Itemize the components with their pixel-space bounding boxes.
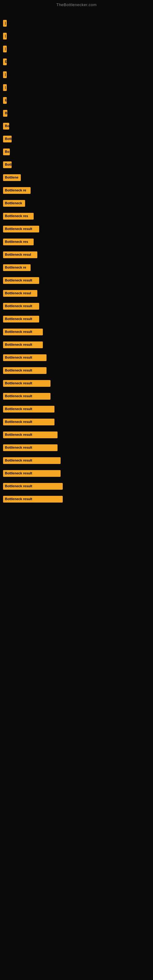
bar-row: Bottleneck result — [3, 365, 150, 376]
bar-row: E — [3, 56, 150, 68]
bar-label: Bottleneck result — [3, 444, 57, 451]
bar-row: | — [3, 18, 150, 29]
site-title: TheBottlenecker.com — [0, 0, 153, 8]
bar-label: Bottleneck result — [3, 393, 51, 399]
bar-label: Bottleneck resul — [3, 251, 37, 258]
bar-label: Bottleneck result — [3, 354, 46, 361]
bar-label: Bottleneck result — [3, 342, 43, 348]
bar-label: Bottleneck result — [3, 380, 51, 387]
bar-label: Bo — [3, 148, 10, 155]
bar-row: B — [3, 108, 150, 119]
bar-row: Bottleneck result — [3, 326, 150, 338]
bar-row: Bottleneck result — [3, 275, 150, 286]
bar-label: | — [3, 33, 7, 39]
bar-row: Bottleneck result — [3, 468, 150, 479]
bar-label: Bott — [3, 161, 12, 168]
bar-label: Bottleneck result — [3, 470, 61, 477]
bar-label: Bottleneck result — [3, 418, 54, 425]
bar-row: Bottleneck result — [3, 455, 150, 466]
bar-row: E — [3, 95, 150, 106]
bar-row: Bottleneck result — [3, 390, 150, 402]
bar-label: Bottleneck result — [3, 277, 39, 283]
bar-label: | — [3, 72, 7, 78]
bar-row: Bottleneck resul — [3, 288, 150, 299]
bar-label: Bottleneck result — [3, 303, 39, 309]
bar-row: Bottleneck result — [3, 416, 150, 428]
bar-row: Bottleneck result — [3, 223, 150, 235]
bar-label: Bottlene — [3, 174, 21, 181]
bar-row: Bottleneck result — [3, 378, 150, 389]
bar-row: Bo — [3, 120, 150, 132]
bar-row: Bott — [3, 133, 150, 145]
bar-label: Bottleneck result — [3, 406, 54, 412]
bar-row: Bottleneck re — [3, 262, 150, 274]
bar-row: Bottleneck — [3, 197, 150, 209]
bar-label: | — [3, 46, 7, 52]
bar-row: | — [3, 43, 150, 55]
bar-label: Bo — [3, 123, 9, 129]
bar-row: Bottleneck re — [3, 185, 150, 196]
bar-row: Bottleneck result — [3, 352, 150, 364]
bar-row: Bottleneck result — [3, 480, 150, 492]
bar-row: Bottleneck resul — [3, 249, 150, 261]
bar-row: Bottleneck res — [3, 236, 150, 248]
bar-row: Bo — [3, 146, 150, 158]
bar-label: Bottleneck result — [3, 483, 63, 489]
bar-label: Bottleneck result — [3, 496, 63, 502]
bar-row: Bottleneck result — [3, 403, 150, 415]
bar-row: Bottlene — [3, 172, 150, 183]
bar-label: Bottleneck result — [3, 431, 57, 438]
bar-row: Bottleneck result — [3, 493, 150, 505]
bar-label: Bottleneck result — [3, 329, 43, 335]
bar-row: Bottleneck res — [3, 210, 150, 222]
bar-label: Bottleneck re — [3, 187, 30, 194]
bar-row: Bottleneck result — [3, 301, 150, 312]
bar-label: Bottleneck result — [3, 457, 61, 464]
bar-label: B — [3, 110, 7, 116]
bar-label: Bott — [3, 136, 12, 142]
bars-container: |||E||EBBoBottBoBottBottleneBottleneck r… — [0, 8, 153, 509]
bar-row: | — [3, 82, 150, 94]
bar-row: | — [3, 30, 150, 42]
bar-label: Bottleneck result — [3, 367, 46, 374]
bar-row: Bottleneck result — [3, 313, 150, 325]
bar-label: E — [3, 59, 7, 65]
bar-label: Bottleneck re — [3, 264, 30, 271]
bar-row: Bott — [3, 159, 150, 170]
bar-label: Bottleneck — [3, 200, 25, 207]
bar-row: Bottleneck result — [3, 442, 150, 453]
bar-row: Bottleneck result — [3, 429, 150, 441]
bar-label: Bottleneck res — [3, 213, 33, 219]
bar-label: | — [3, 20, 7, 26]
bar-label: E — [3, 97, 7, 103]
bar-label: Bottleneck resul — [3, 290, 37, 296]
bar-label: Bottleneck res — [3, 239, 33, 245]
bar-label: Bottleneck result — [3, 316, 39, 322]
bar-row: | — [3, 69, 150, 81]
bar-label: Bottleneck result — [3, 226, 39, 232]
bar-row: Bottleneck result — [3, 339, 150, 351]
bar-label: | — [3, 84, 7, 91]
